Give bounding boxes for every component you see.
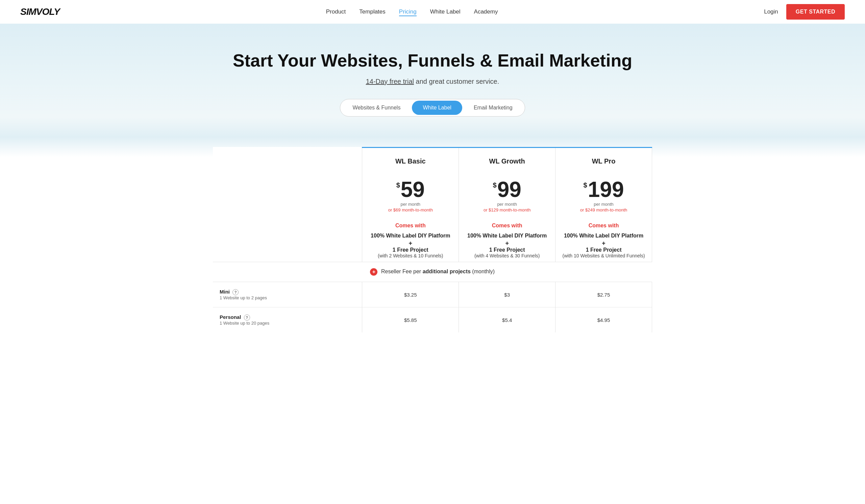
price-number-growth: 99	[497, 179, 521, 200]
project-basic: 1 Free Project	[369, 247, 452, 253]
platform-text-pro: 100% White Label DIY Platform	[562, 231, 645, 240]
price-monthly-basic: or $69 month-to-month	[369, 208, 452, 212]
trial-link[interactable]: 14-Day free trial	[366, 78, 414, 85]
price-monthly-growth: or $129 month-to-month	[465, 208, 549, 212]
toggle-websites-funnels[interactable]: Websites & Funnels	[342, 101, 411, 115]
feature-label-personal: Personal ? 1 Website up to 20 pages	[213, 307, 362, 333]
price-period-pro: per month	[562, 202, 645, 207]
price-cell-basic: $ 59 per month or $69 month-to-month	[362, 172, 459, 216]
price-row: $ 59 per month or $69 month-to-month $ 9…	[213, 172, 652, 216]
price-dollar-basic: $	[396, 181, 400, 189]
project-detail-pro: (with 10 Websites & Unlimited Funnels)	[562, 253, 645, 258]
project-detail-basic: (with 2 Websites & 10 Funnels)	[369, 253, 452, 258]
platform-text-growth: 100% White Label DIY Platform	[465, 231, 549, 240]
reseller-fee-row: + Reseller Fee per additional projects (…	[213, 262, 652, 282]
plus-pro: +	[562, 240, 645, 247]
personal-price-pro: $4.95	[555, 307, 652, 333]
logo[interactable]: SIMVOLY	[20, 7, 60, 17]
nav-pricing[interactable]: Pricing	[399, 9, 417, 16]
personal-price-growth: $5.4	[459, 307, 555, 333]
hero-section: Start Your Websites, Funnels & Email Mar…	[0, 24, 865, 157]
empty-header	[213, 147, 362, 172]
personal-label: Personal	[220, 314, 241, 320]
reseller-fee-cell: + Reseller Fee per additional projects (…	[213, 262, 652, 282]
comes-with-text-basic: Comes with	[369, 223, 452, 229]
project-growth: 1 Free Project	[465, 247, 549, 253]
project-detail-growth: (with 4 Websites & 30 Funnels)	[465, 253, 549, 258]
project-pro: 1 Free Project	[562, 247, 645, 253]
plan-header-basic: WL Basic	[362, 147, 459, 172]
price-dollar-growth: $	[493, 181, 497, 189]
feature-row-personal: Personal ? 1 Website up to 20 pages $5.8…	[213, 307, 652, 333]
reseller-fee-text: Reseller Fee per	[381, 269, 423, 274]
mini-price-pro: $2.75	[555, 282, 652, 307]
price-cell-pro: $ 199 per month or $249 month-to-month	[555, 172, 652, 216]
platform-text-basic: 100% White Label DIY Platform	[369, 231, 452, 240]
price-period-basic: per month	[369, 202, 452, 207]
toggle-white-label[interactable]: White Label	[412, 101, 462, 115]
price-label-cell	[213, 172, 362, 216]
personal-price-basic: $5.85	[362, 307, 459, 333]
feature-row-mini: Mini ? 1 Website up to 2 pages $3.25 $3 …	[213, 282, 652, 307]
price-number-basic: 59	[401, 179, 425, 200]
comes-with-text-pro: Comes with	[562, 223, 645, 229]
plan-header-row: WL Basic WL Growth WL Pro	[213, 147, 652, 172]
comes-with-cell-growth: Comes with 100% White Label DIY Platform…	[459, 216, 555, 262]
get-started-button[interactable]: GET STARTED	[786, 4, 845, 20]
comes-with-cell-pro: Comes with 100% White Label DIY Platform…	[555, 216, 652, 262]
reseller-fee-bold: additional projects	[423, 269, 471, 274]
plus-growth: +	[465, 240, 549, 247]
nav-product[interactable]: Product	[326, 9, 346, 15]
comes-with-row: Comes with 100% White Label DIY Platform…	[213, 216, 652, 262]
nav-academy[interactable]: Academy	[474, 9, 498, 15]
plan-header-pro: WL Pro	[555, 147, 652, 172]
login-link[interactable]: Login	[764, 9, 778, 15]
personal-help-icon[interactable]: ?	[244, 315, 250, 320]
hero-subtitle: 14-Day free trial and great customer ser…	[7, 78, 858, 85]
navbar-right: Login GET STARTED	[764, 4, 845, 20]
mini-price-growth: $3	[459, 282, 555, 307]
price-number-pro: 199	[588, 179, 624, 200]
reseller-fee-suffix: (monthly)	[471, 269, 495, 274]
price-period-growth: per month	[465, 202, 549, 207]
plan-header-growth: WL Growth	[459, 147, 555, 172]
navbar: SIMVOLY Product Templates Pricing White …	[0, 0, 865, 24]
mini-price-basic: $3.25	[362, 282, 459, 307]
mini-sublabel: 1 Website up to 2 pages	[220, 295, 355, 300]
logo-text: SIMVOLY	[20, 7, 60, 17]
reseller-plus-icon: +	[370, 268, 378, 276]
nav-links: Product Templates Pricing White Label Ac…	[326, 9, 498, 15]
mini-help-icon[interactable]: ?	[232, 289, 239, 295]
nav-templates[interactable]: Templates	[359, 9, 385, 15]
pricing-table: WL Basic WL Growth WL Pro $ 59 per month…	[213, 147, 652, 333]
comes-with-text-growth: Comes with	[465, 223, 549, 229]
personal-sublabel: 1 Website up to 20 pages	[220, 320, 355, 326]
price-monthly-pro: or $249 month-to-month	[562, 208, 645, 212]
comes-with-label-cell	[213, 216, 362, 262]
toggle-email-marketing[interactable]: Email Marketing	[463, 101, 523, 115]
plus-basic: +	[369, 240, 452, 247]
pricing-section: WL Basic WL Growth WL Pro $ 59 per month…	[206, 147, 659, 353]
mini-label: Mini	[220, 289, 230, 295]
hero-title: Start Your Websites, Funnels & Email Mar…	[7, 51, 858, 71]
comes-with-cell-basic: Comes with 100% White Label DIY Platform…	[362, 216, 459, 262]
nav-white-label[interactable]: White Label	[430, 9, 461, 15]
feature-label-mini: Mini ? 1 Website up to 2 pages	[213, 282, 362, 307]
price-dollar-pro: $	[584, 181, 587, 189]
price-cell-growth: $ 99 per month or $129 month-to-month	[459, 172, 555, 216]
plan-toggle-group: Websites & Funnels White Label Email Mar…	[340, 99, 525, 117]
